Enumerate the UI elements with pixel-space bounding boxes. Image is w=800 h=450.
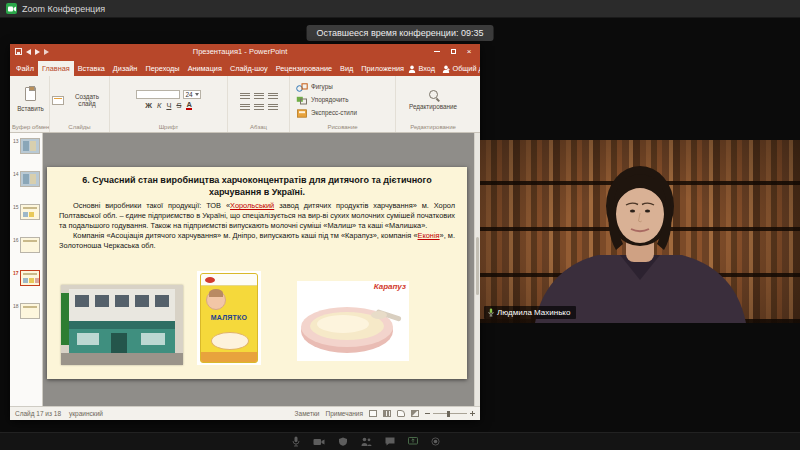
share-screen-icon[interactable] (408, 437, 418, 446)
meeting-control-bar (0, 432, 800, 450)
font-group-label: Шрифт (110, 124, 227, 132)
tab-insert[interactable]: Вставка (74, 61, 109, 77)
font-group: 24 Ж К Ч S А Шрифт (110, 76, 228, 132)
zoom-in-icon[interactable] (470, 411, 475, 416)
slide-thumbnail-current[interactable]: 17 (12, 270, 40, 286)
slide-counter: Слайд 17 из 18 (15, 410, 61, 417)
slide-body-text: Основні виробники такої продукції: ТОВ «… (59, 201, 455, 251)
scrollbar-thumb[interactable] (476, 237, 479, 295)
bullets-icon[interactable] (240, 102, 250, 110)
tab-animations[interactable]: Анимация (184, 61, 226, 77)
save-icon[interactable] (15, 48, 22, 55)
arrange-label: Упорядочить (311, 96, 348, 103)
slide-thumbnail[interactable]: 14 (12, 171, 40, 187)
font-size-value: 24 (186, 91, 193, 98)
participant-video[interactable]: Людмила Махинько (480, 140, 800, 323)
slide-thumbnail[interactable]: 18 (12, 303, 40, 319)
slideshow-view-icon[interactable] (411, 410, 419, 417)
sign-in-button[interactable]: Вход (408, 64, 435, 73)
numbering-icon[interactable] (254, 102, 264, 110)
doc-link-ekonia[interactable]: Еконія (418, 231, 440, 240)
thumbnail-number: 15 (12, 204, 18, 210)
tab-apps[interactable]: Приложения (357, 61, 408, 77)
editing-button[interactable]: Редактирование (396, 76, 470, 124)
cereal-box: МАЛЯТКО (200, 273, 258, 363)
zoom-out-icon[interactable] (425, 413, 430, 414)
slide-thumbnail-panel: 13 14 15 16 17 (10, 133, 43, 406)
tab-home[interactable]: Главная (38, 61, 74, 77)
meeting-timer-badge: Оставшееся время конференции: 09:35 (307, 25, 494, 41)
thumbnail-number: 17 (12, 270, 18, 276)
undo-icon[interactable] (26, 49, 31, 55)
zoom-app-icon (6, 3, 17, 14)
participants-icon[interactable] (361, 437, 372, 446)
tab-transitions[interactable]: Переходы (141, 61, 183, 77)
chat-icon[interactable] (385, 437, 395, 446)
font-size-select[interactable]: 24 (183, 90, 201, 99)
paste-button[interactable]: Вставить (12, 76, 49, 124)
share-label: Общий доступ (453, 64, 481, 73)
drawing-group: Фигуры Упорядочить Экспресс-стили Рисова… (290, 76, 396, 132)
shapes-button[interactable]: Фигуры (296, 83, 333, 92)
clipboard-group: Вставить Буфер обмена (12, 76, 50, 132)
text-segment: Компанія «Асоціація дитячого харчування»… (73, 231, 418, 240)
quick-styles-button[interactable]: Экспресс-стили (296, 109, 357, 118)
doc-link-khorolsky[interactable]: Хорольський (230, 201, 274, 210)
quick-styles-label: Экспресс-стили (311, 109, 357, 116)
align-left-icon[interactable] (240, 91, 250, 99)
new-slide-button[interactable]: Создать слайд (50, 76, 109, 124)
maximize-button[interactable] (445, 45, 461, 58)
current-slide[interactable]: 6. Сучасний стан виробництва харчоконцен… (47, 167, 467, 379)
record-icon[interactable] (431, 437, 440, 446)
redo-icon[interactable] (35, 49, 40, 55)
font-color-button[interactable]: А (186, 101, 191, 111)
font-family-select[interactable] (136, 90, 180, 99)
ppt-content: 13 14 15 16 17 (10, 133, 480, 406)
normal-view-icon[interactable] (369, 410, 377, 417)
reading-view-icon[interactable] (397, 410, 405, 417)
share-button[interactable]: Общий доступ (442, 64, 480, 73)
language-indicator[interactable]: украинский (69, 410, 103, 417)
slide-thumbnail[interactable]: 16 (12, 237, 40, 253)
notes-toggle[interactable]: Заметки (295, 410, 320, 417)
clipboard-group-label: Буфер обмена (12, 124, 49, 132)
comments-toggle[interactable]: Примечания (325, 410, 363, 417)
thumbnail-preview (20, 171, 40, 187)
ribbon-tab-row: Файл Главная Вставка Дизайн Переходы Ани… (10, 59, 480, 76)
video-icon[interactable] (313, 438, 325, 446)
strikethrough-button[interactable]: S (176, 102, 181, 110)
tab-view[interactable]: Вид (336, 61, 357, 77)
quick-styles-icon (296, 109, 308, 118)
sign-in-label: Вход (418, 64, 435, 73)
security-icon[interactable] (338, 437, 348, 446)
italic-button[interactable]: К (157, 102, 161, 110)
arrange-button[interactable]: Упорядочить (296, 96, 348, 105)
align-center-icon[interactable] (254, 91, 264, 99)
minimize-button[interactable] (429, 45, 445, 58)
powerpoint-window: Презентация1 - PowerPoint × Файл Главная… (10, 44, 480, 420)
share-icon (442, 65, 450, 73)
malyatko-box-photo: МАЛЯТКО (197, 271, 261, 365)
tab-slideshow[interactable]: Слайд-шоу (226, 61, 272, 77)
underline-button[interactable]: Ч (166, 102, 171, 110)
tab-file[interactable]: Файл (12, 61, 38, 77)
thumbnail-preview (20, 237, 40, 253)
zoom-slider-track[interactable] (433, 413, 467, 414)
drawing-group-label: Рисование (290, 124, 395, 132)
slide-thumbnail[interactable]: 15 (12, 204, 40, 220)
close-button[interactable]: × (461, 45, 477, 58)
tab-design[interactable]: Дизайн (109, 61, 142, 77)
zoom-slider-knob[interactable] (447, 411, 450, 417)
text-segment: Основні виробники такої продукції: ТОВ « (73, 201, 230, 210)
slide-sorter-view-icon[interactable] (383, 410, 391, 417)
tab-review[interactable]: Рецензирование (272, 61, 336, 77)
ribbon: Вставить Буфер обмена Создать слайд Слай… (10, 76, 480, 133)
mute-icon[interactable] (292, 436, 300, 447)
shapes-label: Фигуры (311, 83, 333, 90)
align-right-icon[interactable] (268, 91, 278, 99)
slide-thumbnail[interactable]: 13 (12, 138, 40, 154)
start-slideshow-icon[interactable] (44, 49, 49, 55)
zoom-titlebar: Zoom Конференция (0, 0, 800, 18)
justify-icon[interactable] (268, 102, 278, 110)
bold-button[interactable]: Ж (145, 102, 152, 110)
